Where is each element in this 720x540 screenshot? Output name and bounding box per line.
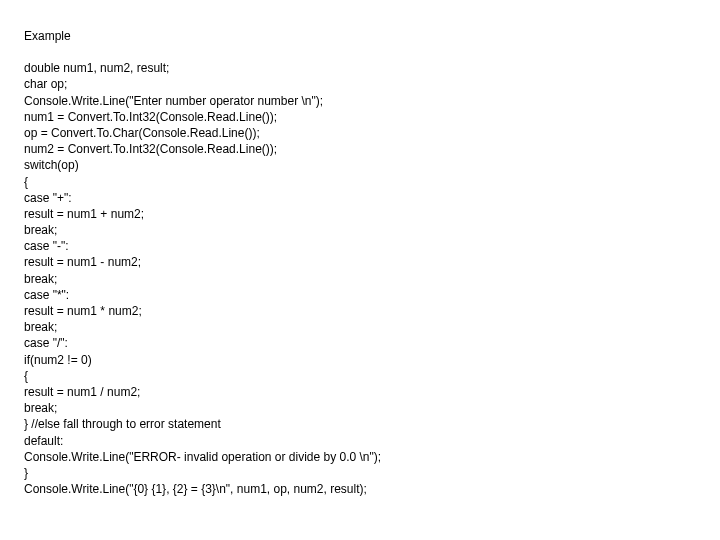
code-line: case "*":	[24, 287, 696, 303]
code-line: case "+":	[24, 190, 696, 206]
code-line: result = num1 * num2;	[24, 303, 696, 319]
code-line: op = Convert.To.Char(Console.Read.Line()…	[24, 125, 696, 141]
code-line: break;	[24, 222, 696, 238]
code-line: }	[24, 465, 696, 481]
code-line: {	[24, 174, 696, 190]
code-line: } //else fall through to error statement	[24, 416, 696, 432]
code-line: break;	[24, 400, 696, 416]
code-line: case "-":	[24, 238, 696, 254]
code-line: result = num1 / num2;	[24, 384, 696, 400]
code-line: switch(op)	[24, 157, 696, 173]
code-block: double num1, num2, result; char op; Cons…	[24, 60, 696, 497]
code-line: case "/":	[24, 335, 696, 351]
code-line: num2 = Convert.To.Int32(Console.Read.Lin…	[24, 141, 696, 157]
code-line: double num1, num2, result;	[24, 60, 696, 76]
code-line: {	[24, 368, 696, 384]
code-line: num1 = Convert.To.Int32(Console.Read.Lin…	[24, 109, 696, 125]
code-line: break;	[24, 271, 696, 287]
code-line: Console.Write.Line("{0} {1}, {2} = {3}\n…	[24, 481, 696, 497]
code-line: default:	[24, 433, 696, 449]
code-line: break;	[24, 319, 696, 335]
example-heading: Example	[24, 28, 696, 44]
code-line: Console.Write.Line("ERROR- invalid opera…	[24, 449, 696, 465]
code-line: if(num2 != 0)	[24, 352, 696, 368]
document-page: Example double num1, num2, result; char …	[0, 0, 720, 525]
code-line: Console.Write.Line("Enter number operato…	[24, 93, 696, 109]
code-line: result = num1 - num2;	[24, 254, 696, 270]
code-line: result = num1 + num2;	[24, 206, 696, 222]
code-line: char op;	[24, 76, 696, 92]
